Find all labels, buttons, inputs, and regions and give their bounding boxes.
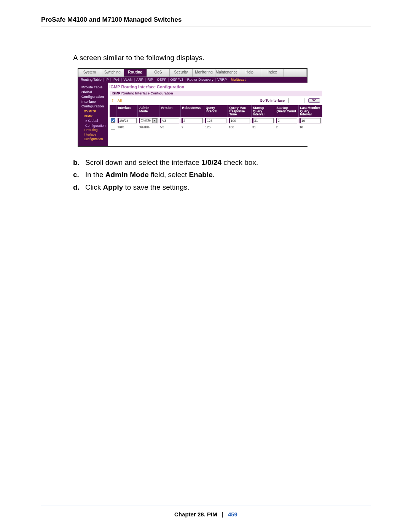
- cell-input[interactable]: 10: [299, 118, 321, 123]
- subnav-arp[interactable]: ARP: [136, 78, 143, 81]
- table-cell: 2: [180, 124, 204, 131]
- sidebar-item[interactable]: Interface: [81, 99, 106, 104]
- col-header: Query Max Response Time: [228, 105, 251, 117]
- subnav-ip[interactable]: IP: [105, 78, 109, 81]
- subnav-rip[interactable]: RIP: [147, 78, 153, 81]
- chevron-down-icon[interactable]: [152, 118, 157, 123]
- sub-nav: Routing Table|IP|IPv6|VLAN|ARP|RIP|OSPF|…: [78, 77, 307, 83]
- row-checkbox[interactable]: [111, 118, 115, 123]
- tab-routing[interactable]: Routing: [124, 69, 147, 77]
- step-marker-d: d.: [73, 182, 81, 193]
- col-header: Version: [159, 105, 180, 117]
- table-cell[interactable]: 2: [180, 117, 204, 124]
- step-c: In the Admin Mode field, select Enable.: [85, 169, 215, 181]
- footer-rule: [41, 505, 371, 505]
- footer: Chapter 28. PIM | 459: [41, 511, 371, 518]
- subsection-title: IGMP Routing Interface Configuration: [110, 91, 322, 96]
- cell-input[interactable]: 2: [276, 118, 297, 123]
- tab-security[interactable]: Security: [170, 69, 193, 77]
- cell-input[interactable]: V3: [160, 118, 179, 123]
- sidebar-item[interactable]: Configuration: [81, 94, 106, 99]
- sidebar-item[interactable]: IGMP: [81, 114, 106, 119]
- tab-blank: [284, 69, 307, 77]
- subnav-routing-table[interactable]: Routing Table: [81, 78, 102, 81]
- subnav-vlan[interactable]: VLAN: [123, 78, 132, 81]
- sidebar-item[interactable]: Configuration: [81, 137, 106, 142]
- embedded-screenshot: SystemSwitchingRoutingQoSSecurityMonitor…: [78, 68, 307, 147]
- filter-all[interactable]: All: [118, 99, 122, 102]
- sidebar-item[interactable]: » Global: [81, 118, 106, 123]
- tab-qos[interactable]: QoS: [147, 69, 170, 77]
- table-cell: 31: [251, 124, 275, 131]
- tab-system[interactable]: System: [78, 69, 101, 77]
- table-cell[interactable]: Enable: [138, 117, 159, 124]
- table-cell[interactable]: 100: [228, 117, 251, 124]
- sidebar: Mroute TableGlobalConfigurationInterface…: [78, 83, 108, 146]
- table-cell[interactable]: 31: [251, 117, 275, 124]
- table-cell[interactable]: 1/0/24: [116, 117, 138, 124]
- table-cell[interactable]: V3: [159, 117, 180, 124]
- footer-page-number: 459: [228, 511, 237, 518]
- admin-mode-select[interactable]: Enable: [139, 118, 158, 123]
- subnav-vrrp[interactable]: VRRP: [217, 78, 227, 81]
- subnav-router-discovery[interactable]: Router Discovery: [187, 78, 213, 81]
- cell-input[interactable]: 1/0/24: [118, 118, 137, 123]
- col-header: Last Member Query Interval: [298, 105, 322, 117]
- col-header: [110, 105, 116, 117]
- tab-maintenance[interactable]: Maintenance: [215, 69, 238, 77]
- col-header: Startup Query Count: [275, 105, 298, 117]
- row-checkbox[interactable]: [111, 125, 115, 129]
- step-marker-c: c.: [73, 169, 81, 181]
- tab-help[interactable]: Help: [238, 69, 261, 77]
- goto-input[interactable]: [288, 98, 304, 103]
- page-header: ProSafe M4100 and M7100 Managed Switches: [41, 16, 371, 27]
- intro-text: A screen similar to the following displa…: [73, 54, 371, 62]
- sidebar-item[interactable]: DVMRP: [81, 109, 106, 114]
- tab-index[interactable]: Index: [261, 69, 284, 77]
- col-header: Admin Mode: [138, 105, 159, 117]
- col-header: Startup Query Interval: [251, 105, 275, 117]
- subnav-ospfv3[interactable]: OSPFv3: [170, 78, 183, 81]
- sidebar-item[interactable]: » Routing Interface: [81, 128, 106, 137]
- col-header: Robustness: [180, 105, 204, 117]
- cell-input[interactable]: 31: [252, 118, 274, 123]
- step-b: Scroll down and select the interface 1/0…: [85, 157, 258, 168]
- table-cell: V3: [159, 124, 180, 131]
- col-header: Query Interval: [204, 105, 228, 117]
- table-cell: 2: [275, 124, 298, 131]
- top-tabs: SystemSwitchingRoutingQoSSecurityMonitor…: [78, 69, 307, 77]
- table-cell[interactable]: 10: [298, 117, 322, 124]
- filter-arrows-icon: ‡: [112, 99, 114, 102]
- subnav-ipv6[interactable]: IPv6: [113, 78, 119, 81]
- instruction-list: b. Scroll down and select the interface …: [73, 157, 371, 193]
- cell-input[interactable]: 125: [205, 118, 226, 123]
- footer-chapter: Chapter 28. PIM: [174, 511, 217, 518]
- go-button[interactable]: GO: [308, 98, 320, 103]
- table-cell: 100: [228, 124, 251, 131]
- config-table: InterfaceAdmin ModeVersionRobustnessQuer…: [110, 105, 322, 131]
- section-title: IGMP Routing Interface Configuration: [110, 85, 322, 89]
- cell-input[interactable]: 100: [229, 118, 250, 123]
- sidebar-item[interactable]: Configuration: [81, 104, 106, 109]
- subnav-multicast[interactable]: Multicast: [231, 78, 245, 81]
- goto-label: Go To Interface: [260, 99, 285, 102]
- sidebar-item[interactable]: Global: [81, 90, 106, 95]
- step-d: Click Apply to save the settings.: [85, 182, 190, 193]
- table-cell: 125: [204, 124, 228, 131]
- table-cell[interactable]: 125: [204, 117, 228, 124]
- table-cell: 10: [298, 124, 322, 131]
- tab-monitoring[interactable]: Monitoring: [193, 69, 215, 77]
- step-marker-b: b.: [73, 157, 81, 168]
- table-cell: 1/0/1: [116, 124, 138, 131]
- col-header: Interface: [116, 105, 138, 117]
- table-cell: Disable: [138, 124, 159, 131]
- subnav-ospf[interactable]: OSPF: [157, 78, 167, 81]
- tab-switching[interactable]: Switching: [101, 69, 124, 77]
- table-cell[interactable]: 2: [275, 117, 298, 124]
- cell-input[interactable]: 2: [182, 118, 203, 123]
- sidebar-item[interactable]: Mroute Table: [81, 85, 106, 90]
- sidebar-item[interactable]: Configuration: [81, 123, 106, 128]
